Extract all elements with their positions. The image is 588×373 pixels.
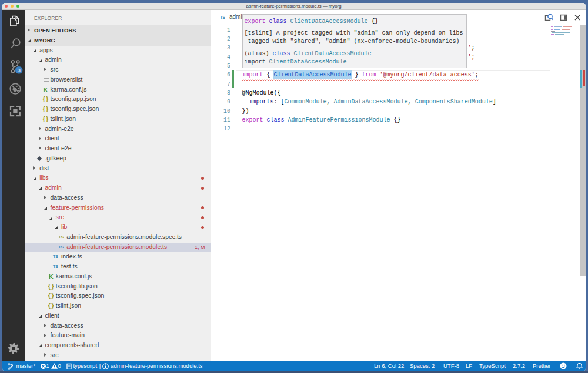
svg-text:3: 3 bbox=[17, 67, 20, 73]
